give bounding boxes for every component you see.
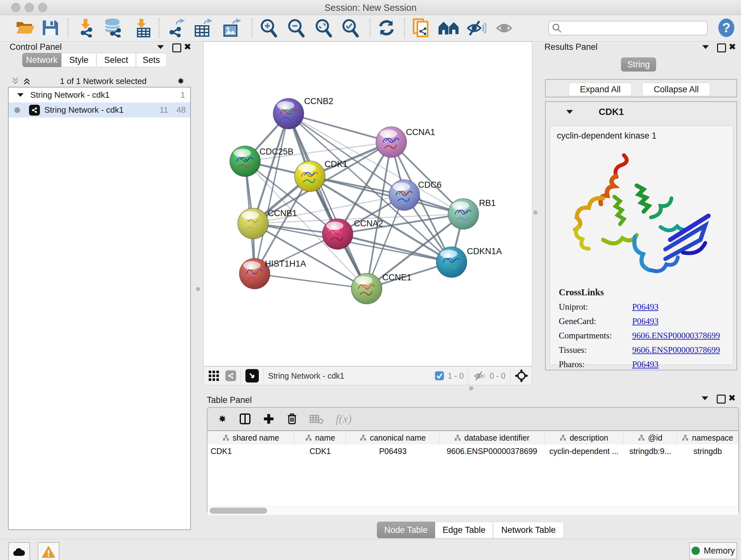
- tab-node-table[interactable]: Node Table: [377, 522, 435, 538]
- zoom-selected-button[interactable]: [341, 17, 359, 38]
- export-image-button[interactable]: [221, 17, 241, 38]
- crosslink-link[interactable]: P06493: [632, 360, 659, 369]
- collapse-all-chevron-icon[interactable]: [11, 77, 19, 85]
- warning-status-button[interactable]: [38, 542, 59, 560]
- table-options-gear-icon[interactable]: [216, 414, 227, 424]
- table-panel-close-button[interactable]: ✖: [728, 393, 736, 403]
- column-header-namespace[interactable]: namespace: [677, 431, 738, 444]
- zoom-fit-button[interactable]: [314, 17, 333, 38]
- table-cell[interactable]: stringdb:9...: [623, 444, 677, 458]
- results-panel-menu-icon[interactable]: [702, 45, 709, 49]
- table-horizontal-scrollbar[interactable]: [207, 506, 738, 515]
- network-edge-count: 48: [177, 105, 186, 115]
- right-splitter-grip[interactable]: [533, 210, 537, 214]
- tab-edge-table[interactable]: Edge Table: [435, 522, 493, 538]
- node-label-RB1: RB1: [479, 198, 496, 208]
- cloud-status-button[interactable]: [8, 542, 30, 560]
- column-header-shared-name[interactable]: shared name: [207, 431, 294, 444]
- open-session-button[interactable]: [15, 17, 35, 38]
- help-button[interactable]: ?: [718, 17, 735, 38]
- control-panel-float-button[interactable]: [172, 44, 181, 52]
- column-type-icon: [682, 434, 689, 441]
- import-table-file-button[interactable]: [132, 17, 151, 38]
- collapse-all-button[interactable]: Collapse All: [642, 83, 711, 96]
- network-edge-HIST1H1A-CCNE1[interactable]: [255, 273, 367, 289]
- column-header--id[interactable]: @id: [623, 431, 677, 444]
- memory-status-button[interactable]: Memory: [689, 542, 737, 559]
- column-header-database-identifier[interactable]: database identifier: [440, 431, 544, 444]
- import-network-database-button[interactable]: [103, 17, 124, 38]
- zoom-in-button[interactable]: [259, 17, 278, 38]
- results-entry-header[interactable]: CDK1: [546, 102, 737, 122]
- left-splitter-grip[interactable]: [196, 287, 200, 291]
- network-edge-CCNB2-HIST1H1A[interactable]: [255, 114, 288, 273]
- network-row[interactable]: String Network - cdk1 11 48: [9, 103, 190, 118]
- table-cell[interactable]: CDK1: [294, 444, 346, 458]
- grid-view-icon[interactable]: [208, 370, 219, 381]
- hidden-eye-slash-icon[interactable]: [473, 370, 487, 381]
- expand-all-button[interactable]: Expand All: [569, 83, 632, 96]
- export-network-button[interactable]: [166, 17, 185, 38]
- table-scrollbar-thumb[interactable]: [210, 508, 267, 514]
- network-group-row[interactable]: String Network - cdk1 1: [9, 87, 190, 103]
- zoom-out-button[interactable]: [286, 17, 305, 38]
- table-cell[interactable]: CDK1: [207, 444, 294, 458]
- table-panel-menu-icon[interactable]: [702, 396, 709, 400]
- table-cell[interactable]: cyclin-dependent ...: [544, 444, 624, 458]
- save-session-button[interactable]: [42, 17, 59, 38]
- crosslink-row: Tissues:9606.ENSP00000378699: [559, 345, 733, 355]
- delete-trash-icon[interactable]: [286, 413, 297, 425]
- birds-eye-toggle-icon[interactable]: [246, 369, 259, 382]
- network-canvas[interactable]: CCNB2CCNA1CDC25BCDK1CDC6RB1CCNB1CCNA2CDK…: [203, 42, 532, 366]
- column-header-canonical-name[interactable]: canonical name: [346, 431, 440, 444]
- string-network-graph[interactable]: CCNB2CCNA1CDC25BCDK1CDC6RB1CCNB1CCNA2CDK…: [204, 42, 532, 366]
- crosslink-link[interactable]: 9606.ENSP00000378699: [632, 331, 720, 341]
- table-cell[interactable]: stringdb: [677, 444, 738, 458]
- table-row[interactable]: CDK1CDK1P064939606.ENSP00000378699cyclin…: [207, 444, 738, 458]
- network-overview-icon[interactable]: [225, 370, 236, 381]
- search-input[interactable]: [562, 23, 704, 33]
- control-panel-close-button[interactable]: ✖: [184, 42, 191, 52]
- network-options-gear-icon[interactable]: [176, 76, 185, 86]
- refresh-view-button[interactable]: [377, 17, 396, 38]
- table-panel-float-button[interactable]: [717, 395, 726, 403]
- tab-style[interactable]: Style: [61, 53, 96, 67]
- import-network-file-button[interactable]: [76, 17, 95, 38]
- tab-network-table[interactable]: Network Table: [493, 522, 564, 538]
- column-header-description[interactable]: description: [544, 431, 624, 444]
- tab-select[interactable]: Select: [96, 53, 136, 67]
- network-node-CDKN1A[interactable]: CDKN1A: [436, 246, 502, 277]
- add-column-plus-icon[interactable]: [263, 413, 274, 425]
- group-expanded-triangle-icon[interactable]: [17, 93, 23, 97]
- fit-content-crosshair-icon[interactable]: [515, 369, 528, 382]
- export-table-button[interactable]: [193, 17, 212, 38]
- network-node-CDK1[interactable]: CDK1: [294, 159, 347, 192]
- bottom-splitter-grip[interactable]: [469, 386, 473, 390]
- crosslink-link[interactable]: P06493: [632, 302, 659, 312]
- table-cell[interactable]: 9606.ENSP00000378699: [440, 444, 544, 458]
- show-glyphs-button[interactable]: [495, 17, 515, 38]
- tab-network[interactable]: Network: [22, 53, 61, 67]
- results-panel-close-button[interactable]: ✖: [729, 42, 736, 52]
- selected-checkbox-icon[interactable]: [434, 371, 445, 381]
- column-header-label: shared name: [232, 433, 279, 442]
- tab-sets[interactable]: Sets: [136, 53, 166, 67]
- crosslink-link[interactable]: P06493: [632, 316, 659, 326]
- hide-glyphs-button[interactable]: [467, 17, 486, 38]
- control-panel-menu-icon[interactable]: [157, 45, 164, 49]
- show-columns-icon[interactable]: [239, 413, 251, 425]
- network-node-CCNA1[interactable]: CCNA1: [376, 127, 435, 158]
- tab-string-results[interactable]: String: [621, 57, 656, 71]
- results-panel-float-button[interactable]: [717, 44, 726, 52]
- crosslink-link[interactable]: 9606.ENSP00000378699: [632, 345, 720, 355]
- entry-expanded-triangle-icon[interactable]: [566, 110, 573, 114]
- column-header-name[interactable]: name: [294, 431, 346, 444]
- network-node-CDC25B[interactable]: CDC25B: [230, 146, 293, 177]
- expand-all-chevron-icon[interactable]: [23, 77, 31, 85]
- network-node-HIST1H1A[interactable]: HIST1H1A: [239, 258, 306, 289]
- network-node-RB1[interactable]: RB1: [448, 198, 496, 229]
- show-networks-home-button[interactable]: [438, 17, 460, 38]
- search-box[interactable]: [548, 21, 708, 36]
- table-cell[interactable]: P06493: [346, 444, 440, 458]
- clone-network-button[interactable]: [412, 17, 430, 38]
